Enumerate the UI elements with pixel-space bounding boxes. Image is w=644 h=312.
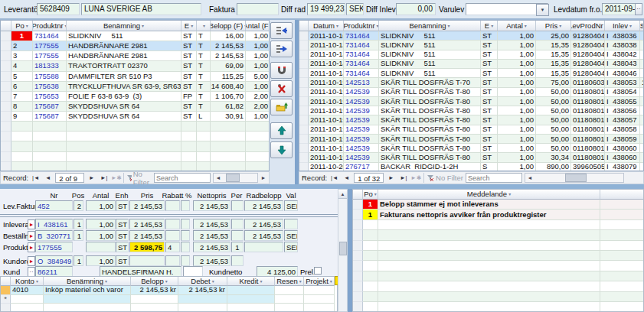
kundorder-rab1-field[interactable] — [165, 255, 180, 266]
invoice-grid-cell-po[interactable] — [11, 132, 33, 141]
invoice-grid-cell-belopp[interactable]: 2 145,53 — [211, 41, 246, 51]
leverantor-name-field[interactable]: LUNA SVERIGE AB — [81, 3, 201, 15]
account-grid-cell-resen[interactable] — [275, 295, 304, 304]
delivery-grid-cell-levprodnr[interactable]: 91280404 — [571, 50, 605, 60]
levdatum-field[interactable]: 2011-09-30 — [602, 3, 636, 15]
message-grid-cell-filler[interactable] — [600, 200, 644, 210]
move-up-button[interactable] — [270, 122, 293, 139]
delivery-grid-cell-produktnr[interactable]: 731464 — [344, 50, 379, 60]
message-grid-cell-po[interactable] — [363, 251, 378, 261]
lev_faktura-rab1-field[interactable] — [165, 200, 180, 211]
account-grid-cell-kredit[interactable] — [227, 286, 275, 295]
invoice-grid-cell-po[interactable]: 1 — [11, 31, 33, 41]
delivery-grid-header-e[interactable]: E▾ — [481, 21, 498, 31]
delivery-grid-cell-pris[interactable]: 15,35 — [536, 50, 571, 60]
invoice-grid-cell-benamning[interactable] — [67, 122, 181, 132]
invoice-grid-header-ben-mning[interactable]: Benämning▾ — [67, 21, 181, 31]
kundnetto-field[interactable]: 4 125,00 — [257, 266, 298, 277]
delivery-grid-cell-inlev[interactable]: I 438057 — [605, 115, 640, 125]
varulev-dropdown-button[interactable]: ▼ — [536, 4, 549, 16]
row-selector[interactable] — [353, 230, 363, 240]
invoice-grid-row[interactable]: 5175588DAMMFILTER SR 510 P3STT115,255,00 — [1, 72, 269, 82]
delivery-grid-cell-benamning[interactable]: SKÄR TILL DOSFRÄS T-80 — [379, 125, 481, 135]
invoice-grid-cell-e[interactable]: ST — [181, 41, 197, 51]
inleverans-nettopris-field[interactable]: 2 145,53 — [193, 219, 230, 229]
kundorder-open-button[interactable]: ▸ — [28, 256, 35, 266]
invoice-grid-cell-e[interactable]: ST — [181, 61, 197, 71]
produkt-nr-field[interactable]: 177555 — [35, 242, 73, 252]
delivery-grid-cell-antal[interactable]: 1,00 — [498, 125, 536, 135]
message-grid-cell-text[interactable]: Belopp stämmer ej mot inleverans — [378, 200, 600, 210]
delivery-grid-cell-antal[interactable]: 1,00 — [498, 144, 536, 153]
search-input[interactable] — [154, 173, 211, 183]
invoice-grid-header-belopp-f-[interactable]: Belopp (F)▾ — [211, 21, 246, 31]
invoice-grid-row[interactable]: 6175638TRYCKLUFTHUVA SR 63-9, SR63-10STT… — [1, 82, 269, 92]
row-selector[interactable] — [299, 163, 309, 171]
delivery-grid-row[interactable]: 2011-10-13731464SLIDKNIV 511ST1,0015,359… — [299, 41, 643, 50]
delivery-grid-cell-benamning[interactable]: SKÄR TILL DOSFRÄS T-80 — [379, 144, 481, 153]
lev_faktura-nr-field[interactable]: 452 — [35, 200, 73, 211]
delivery-grid-cell-datum[interactable]: 2011-10-19 — [309, 88, 344, 97]
row-selector[interactable] — [1, 82, 11, 92]
row-selector[interactable] — [299, 135, 309, 144]
new-record-button[interactable]: ►✱ — [410, 173, 421, 183]
invoice-grid-cell-t[interactable] — [197, 141, 211, 151]
message-grid-cell-text[interactable] — [378, 241, 600, 251]
invoice-grid-cell-po[interactable]: 7 — [11, 92, 33, 102]
levdatum-picker-button[interactable]: ·· — [635, 3, 642, 15]
invoice-grid-cell-po[interactable]: 5 — [11, 72, 33, 82]
diff-rad-field[interactable]: 19 499,23 — [307, 3, 345, 15]
delivery-grid-cell-s[interactable] — [640, 97, 644, 106]
row-selector[interactable] — [1, 92, 11, 102]
invoice-grid-cell-produktnr[interactable]: 177555 — [33, 41, 67, 51]
delivery-grid-cell-produktnr[interactable]: 276717 — [344, 163, 379, 171]
delivery-grid-cell-datum[interactable]: 2011-10-19 — [309, 106, 344, 115]
delivery-grid-cell-antal[interactable]: 1,00 — [498, 115, 536, 125]
delivery-grid-cell-datum[interactable]: 2011-10-13 — [309, 50, 344, 60]
row-selector[interactable] — [299, 88, 309, 97]
delivery-grid-cell-inlev[interactable]: I 438043 — [605, 60, 640, 69]
delivery-grid-cell-antal[interactable]: 1,00 — [498, 106, 536, 115]
account-grid-row[interactable]: 4010Inköp materiel och varor2 145,53 kr2… — [1, 286, 337, 295]
new-record-button[interactable]: ►✱ — [111, 173, 121, 183]
account-grid-cell-debet[interactable] — [178, 304, 227, 312]
delivery-grid-cell-produktnr[interactable]: 731464 — [344, 31, 379, 41]
invoice-grid-cell-benamning[interactable] — [67, 152, 181, 162]
delivery-grid-row[interactable]: 2011-10-19142539SKÄR TILL DOSFRÄS T-80ST… — [299, 144, 643, 153]
invoice-grid-cell-benamning[interactable]: TRAKTORTRATT 02370 — [67, 61, 181, 71]
inleverans-radbelopp-field[interactable]: 2 145,53 — [244, 219, 283, 229]
row-selector[interactable] — [299, 60, 309, 69]
row-selector[interactable] — [299, 125, 309, 135]
delivery-grid-cell-s[interactable] — [640, 50, 644, 60]
lev_faktura-enh-field[interactable]: ST — [116, 200, 129, 211]
invoice-grid-cell-belopp[interactable]: 14 608,40 — [211, 82, 246, 92]
message-grid-cell-text[interactable] — [378, 281, 600, 291]
message-grid-cell-text[interactable] — [378, 230, 600, 240]
account-grid-cell-debet[interactable] — [178, 295, 227, 304]
next-record-button[interactable]: ► — [386, 173, 396, 183]
invoice-grid-header-produktnr[interactable]: Produktnr▾ — [33, 21, 67, 31]
invoice-grid-cell-antal[interactable]: 1,00 — [246, 61, 270, 71]
message-grid-cell-filler[interactable] — [600, 251, 644, 261]
delivery-grid-cell-inlev[interactable]: I 438053 — [605, 78, 640, 87]
invoice-grid-cell-produktnr[interactable]: 177555 — [33, 51, 67, 61]
message-grid-cell-po[interactable] — [363, 302, 378, 312]
delivery-grid-cell-benamning[interactable]: SKÄR TILL DOSFRÄS T-80 — [379, 106, 481, 115]
invoice-grid-cell-e[interactable] — [181, 152, 197, 162]
lev_faktura-pris-field[interactable]: 2 145,53 — [129, 200, 165, 211]
account-grid-cell-belopp[interactable] — [131, 304, 178, 312]
invoice-grid-cell-t[interactable]: T — [197, 41, 211, 51]
delivery-grid-cell-levprodnr[interactable]: 01180801 — [571, 125, 605, 135]
delivery-grid-cell-levprodnr[interactable]: 91280404 — [571, 69, 605, 78]
invoice-grid-cell-po[interactable]: 2 — [11, 41, 33, 51]
delivery-grid-cell-e[interactable]: ST — [481, 50, 498, 60]
message-grid-cell-filler[interactable] — [600, 281, 644, 291]
delivery-grid-cell-levprodnr[interactable]: 01180801 — [571, 97, 605, 106]
invoice-grid-cell-antal[interactable]: 1,00 — [246, 31, 270, 41]
invoice-grid-cell-produktnr[interactable] — [33, 122, 67, 132]
account-grid-row[interactable] — [1, 304, 337, 312]
message-grid-row[interactable] — [353, 251, 643, 261]
inleverans-enh-field[interactable]: ST — [116, 219, 129, 229]
account-grid-cell-debet[interactable]: 2 145,53 kr — [178, 286, 227, 295]
scrollbar-thumb[interactable] — [226, 174, 240, 182]
